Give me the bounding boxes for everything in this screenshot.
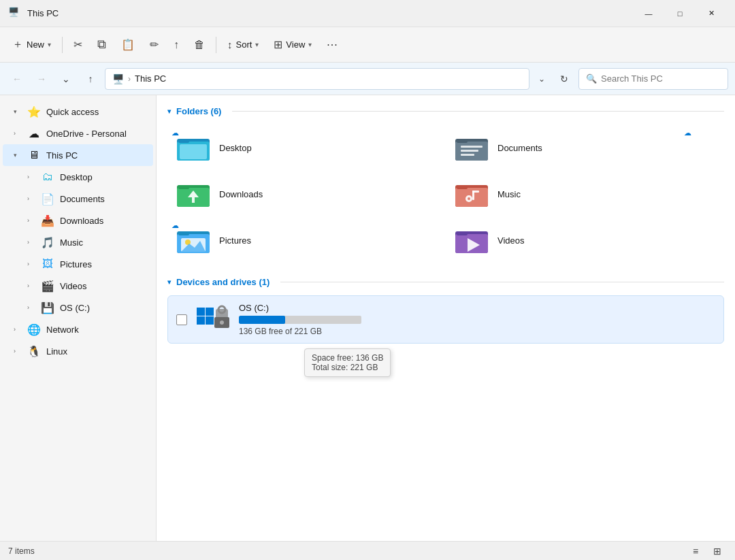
folder-item-documents[interactable]: ☁ Documents <box>446 125 724 171</box>
sidebar-item-downloads[interactable]: › 📥 Downloads <box>16 210 153 231</box>
copy-button[interactable]: ⧉ <box>91 33 113 57</box>
sidebar-item-onedrive[interactable]: › ☁ OneDrive - Personal <box>3 122 153 144</box>
cut-icon: ✂ <box>74 38 82 51</box>
videos-folder-svg <box>455 226 488 254</box>
pictures-label: Pictures <box>60 259 145 269</box>
linux-arrow: › <box>14 348 22 355</box>
pictures-folder-icon: 🖼 <box>41 258 54 270</box>
drive-name: OS (C:) <box>239 303 715 313</box>
up-button[interactable]: ↑ <box>80 69 101 89</box>
sidebar-item-this-pc[interactable]: ▾ 🖥 This PC <box>3 144 153 166</box>
onedrive-label: OneDrive - Personal <box>46 129 145 139</box>
drive-icon-wrapper <box>195 303 231 336</box>
sidebar-item-videos[interactable]: › 🎬 Videos <box>16 275 153 297</box>
documents-folder-icon: 📄 <box>41 193 54 205</box>
folder-item-music[interactable]: Music <box>446 171 724 217</box>
documents-arrow: › <box>27 195 35 202</box>
quick-access-arrow: ▾ <box>14 108 22 115</box>
forward-button[interactable]: → <box>31 69 52 89</box>
svg-rect-9 <box>461 154 474 156</box>
videos-icon-wrapper <box>454 224 489 257</box>
delete-button[interactable]: 🗑 <box>187 33 212 57</box>
new-plus-icon: ＋ <box>12 37 23 52</box>
minimize-button[interactable]: — <box>633 3 664 24</box>
sidebar-item-quick-access[interactable]: ▾ ⭐ Quick access <box>3 101 153 122</box>
svg-rect-6 <box>457 139 468 143</box>
list-view-button[interactable]: ≡ <box>686 544 705 559</box>
this-pc-icon: 🖥 <box>27 149 41 161</box>
desktop-folder-name: Desktop <box>219 143 252 153</box>
svg-point-18 <box>468 197 470 200</box>
refresh-button[interactable]: ↻ <box>554 69 574 89</box>
svg-rect-23 <box>178 231 189 235</box>
folder-item-pictures[interactable]: ☁ Pictures <box>167 217 446 263</box>
drive-tooltip: Space free: 136 GB Total size: 221 GB <box>304 348 391 377</box>
folder-item-desktop[interactable]: ☁ Desktop <box>167 125 446 171</box>
linux-label: Linux <box>46 346 145 357</box>
maximize-button[interactable]: □ <box>664 3 696 24</box>
svg-rect-34 <box>206 316 214 325</box>
onedrive-icon: ☁ <box>27 127 41 140</box>
sort-button[interactable]: ↕ Sort ▾ <box>220 33 265 57</box>
devices-section-header: ▾ Devices and drives (1) <box>167 277 724 287</box>
close-button[interactable]: ✕ <box>696 3 727 24</box>
documents-cloud-badge: ☁ <box>684 129 691 137</box>
sidebar-item-network[interactable]: › 🌐 Network <box>3 318 153 340</box>
address-dropdown-button[interactable]: ⌄ <box>534 68 550 90</box>
drive-item-os-c[interactable]: OS (C:) 136 GB free of 221 GB Space free… <box>167 295 724 344</box>
search-input[interactable] <box>601 73 721 84</box>
rename-icon: ✏ <box>150 38 159 51</box>
folders-collapse-arrow[interactable]: ▾ <box>167 108 171 115</box>
os-drive-svg <box>195 303 231 336</box>
sidebar-item-desktop[interactable]: › 🗂 Desktop <box>16 166 153 188</box>
drive-progress-bar <box>239 316 361 324</box>
sidebar-item-music[interactable]: › 🎵 Music <box>16 231 153 253</box>
view-button[interactable]: ⊞ View ▾ <box>267 33 318 57</box>
desktop-arrow: › <box>27 174 35 180</box>
address-path[interactable]: 🖥️ › This PC <box>105 68 529 90</box>
search-box[interactable]: 🔍 <box>578 68 728 90</box>
share-icon: ↑ <box>174 39 179 51</box>
address-bar: ← → ⌄ ↑ 🖥️ › This PC ⌄ ↻ 🔍 <box>0 63 735 95</box>
network-icon: 🌐 <box>27 323 41 336</box>
os-drive-arrow: › <box>27 304 35 311</box>
paste-button[interactable]: 📋 <box>114 33 142 57</box>
tooltip-total: Total size: 221 GB <box>312 363 383 372</box>
share-button[interactable]: ↑ <box>167 33 186 57</box>
devices-collapse-arrow[interactable]: ▾ <box>167 278 171 286</box>
more-button[interactable]: ··· <box>320 33 344 57</box>
folders-grid: ☁ Desktop ☁ <box>167 125 724 263</box>
documents-folder-svg <box>455 133 488 162</box>
os-drive-label: OS (C:) <box>60 303 145 313</box>
svg-rect-16 <box>457 185 468 189</box>
new-button[interactable]: ＋ New ▾ <box>5 33 58 57</box>
delete-icon: 🗑 <box>194 39 205 51</box>
folders-section-divider <box>232 111 724 112</box>
folder-item-videos[interactable]: Videos <box>446 217 724 263</box>
sidebar-item-os-drive[interactable]: › 💾 OS (C:) <box>16 297 153 318</box>
drive-checkbox[interactable] <box>176 314 187 325</box>
cut-button[interactable]: ✂ <box>67 33 89 57</box>
music-folder-svg <box>455 180 488 208</box>
tooltip-free: Space free: 136 GB <box>312 353 383 363</box>
search-icon: 🔍 <box>586 73 597 84</box>
sort-label: Sort <box>236 39 252 50</box>
devices-section-divider <box>280 282 724 282</box>
network-label: Network <box>46 325 145 335</box>
sidebar-item-linux[interactable]: › 🐧 Linux <box>3 340 153 362</box>
sidebar-item-pictures[interactable]: › 🖼 Pictures <box>16 253 153 275</box>
linux-icon: 🐧 <box>27 345 41 358</box>
dropdown-history-button[interactable]: ⌄ <box>56 69 76 89</box>
status-bar: 7 items ≡ ⊞ <box>0 541 735 560</box>
folder-item-downloads[interactable]: Downloads <box>167 171 446 217</box>
rename-button[interactable]: ✏ <box>143 33 165 57</box>
downloads-folder-name: Downloads <box>219 189 263 199</box>
grid-view-button[interactable]: ⊞ <box>708 544 727 559</box>
sidebar-item-documents[interactable]: › 📄 Documents <box>16 188 153 210</box>
documents-label: Documents <box>60 194 145 204</box>
window-controls: — □ ✕ <box>633 3 727 24</box>
documents-folder-name: Documents <box>497 143 542 153</box>
svg-rect-33 <box>197 316 205 325</box>
back-button[interactable]: ← <box>7 69 27 89</box>
videos-folder-name: Videos <box>497 235 525 246</box>
